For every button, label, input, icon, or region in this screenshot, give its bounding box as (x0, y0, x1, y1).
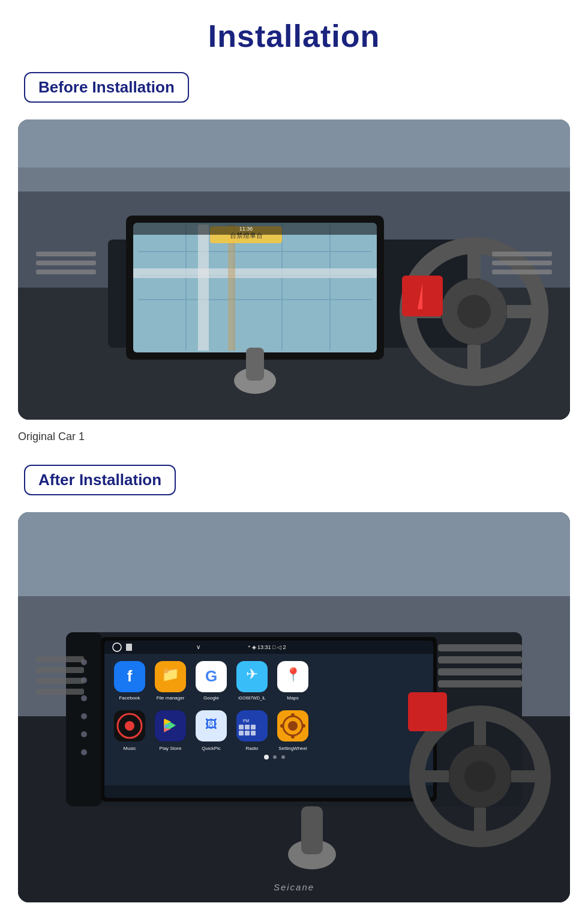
svg-text:📍: 📍 (285, 666, 302, 683)
svg-rect-96 (245, 731, 250, 735)
after-car-svg: ∨ * ◈ 13:31 □ ◁ 2 f Facebook 📁 File mana… (18, 512, 570, 902)
svg-text:Music: Music (124, 746, 136, 751)
svg-text:📁: 📁 (161, 665, 179, 683)
svg-rect-125 (36, 678, 84, 684)
svg-point-108 (273, 755, 277, 759)
svg-rect-122 (408, 692, 447, 731)
svg-text:Radio: Radio (246, 746, 259, 751)
svg-text:QuickPic: QuickPic (202, 746, 221, 751)
svg-rect-92 (239, 725, 244, 729)
after-car-image: ∨ * ◈ 13:31 □ ◁ 2 f Facebook 📁 File mana… (18, 512, 570, 902)
svg-rect-36 (492, 252, 552, 256)
svg-text:SettingWheel: SettingWheel (278, 746, 307, 751)
svg-text:File manager: File manager (157, 695, 185, 701)
before-installation-badge: Before Installation (24, 72, 189, 103)
svg-rect-20 (133, 223, 377, 235)
after-section: After Installation (18, 465, 570, 906)
svg-rect-17 (228, 225, 235, 351)
svg-text:G: G (205, 667, 217, 685)
svg-rect-111 (438, 644, 522, 651)
svg-rect-2 (18, 119, 570, 168)
svg-rect-94 (251, 725, 256, 729)
svg-text:11:36: 11:36 (239, 226, 253, 232)
svg-point-107 (264, 755, 269, 760)
svg-text:Facebook: Facebook (119, 695, 140, 701)
svg-rect-124 (36, 667, 84, 673)
svg-rect-110 (104, 785, 433, 798)
svg-rect-112 (438, 656, 522, 663)
before-car-svg: 台禁燈車台 11:36 (18, 119, 570, 420)
svg-point-104 (280, 724, 284, 728)
before-section: Before Installation (18, 72, 570, 465)
svg-rect-15 (198, 225, 209, 351)
svg-rect-113 (438, 668, 522, 675)
page-title: Installation (208, 18, 380, 54)
svg-rect-16 (133, 268, 377, 278)
svg-point-46 (81, 695, 87, 701)
svg-text:Seicane: Seicane (274, 882, 314, 892)
svg-text:FM: FM (243, 719, 249, 723)
svg-point-47 (81, 713, 87, 719)
svg-rect-34 (36, 261, 96, 265)
svg-point-103 (291, 735, 295, 738)
svg-rect-54 (126, 644, 132, 651)
svg-rect-37 (492, 261, 552, 265)
svg-point-109 (281, 755, 285, 759)
svg-point-117 (464, 761, 496, 792)
svg-rect-35 (36, 270, 96, 274)
svg-rect-123 (36, 656, 84, 662)
svg-point-48 (81, 731, 87, 737)
svg-rect-40 (18, 512, 570, 596)
svg-point-105 (302, 724, 305, 728)
svg-point-24 (457, 295, 491, 328)
svg-text:Google: Google (203, 695, 219, 701)
after-installation-badge: After Installation (24, 465, 176, 495)
svg-text:✈: ✈ (246, 666, 258, 682)
before-car-image: 台禁燈車台 11:36 (18, 119, 570, 420)
svg-text:∨: ∨ (196, 644, 200, 650)
before-caption: Original Car 1 (18, 430, 85, 443)
svg-text:🖼: 🖼 (205, 717, 217, 731)
svg-rect-126 (36, 689, 84, 695)
svg-rect-30 (246, 348, 264, 381)
svg-text:Maps: Maps (287, 695, 299, 701)
svg-point-102 (291, 713, 295, 717)
svg-rect-97 (251, 731, 256, 735)
svg-point-49 (81, 749, 87, 755)
svg-rect-95 (239, 731, 244, 735)
svg-rect-33 (36, 252, 96, 256)
svg-text:Play Store: Play Store (160, 746, 182, 751)
svg-rect-114 (438, 680, 522, 687)
svg-rect-38 (492, 270, 552, 274)
svg-point-74 (125, 721, 134, 731)
svg-rect-93 (245, 725, 250, 729)
svg-text:iGO687WD_IL: iGO687WD_IL (238, 696, 266, 701)
svg-rect-128 (301, 806, 323, 854)
svg-text:* ◈  13:31  □  ◁  2: * ◈ 13:31 □ ◁ 2 (248, 644, 286, 650)
svg-text:f: f (127, 667, 133, 685)
svg-rect-51 (104, 641, 433, 798)
svg-point-101 (288, 721, 298, 731)
